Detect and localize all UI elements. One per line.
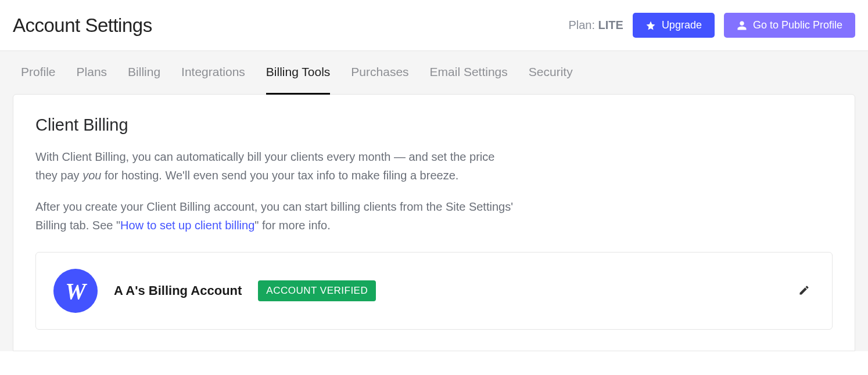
section-description-2: After you create your Client Billing acc… [35,197,518,235]
edit-account-button[interactable] [794,280,815,302]
star-icon [645,20,656,31]
tab-purchases[interactable]: Purchases [351,51,408,95]
tab-security[interactable]: Security [529,51,573,95]
tab-email-settings[interactable]: Email Settings [430,51,508,95]
page-title: Account Settings [13,15,152,37]
section-title: Client Billing [35,116,833,135]
plan-indicator: Plan: LITE [568,19,623,32]
billing-tools-panel: Client Billing With Client Billing, you … [13,94,855,351]
section-description-1: With Client Billing, you can automatical… [35,147,518,185]
billing-account-row: W A A's Billing Account ACCOUNT VERIFIED [35,252,833,330]
settings-tabs: Profile Plans Billing Integrations Billi… [0,51,868,94]
desc2-part-b: " for more info. [254,219,330,232]
upgrade-button[interactable]: Upgrade [633,13,715,38]
upgrade-label: Upgrade [662,19,702,31]
account-avatar: W [53,269,98,313]
tab-integrations[interactable]: Integrations [181,51,245,95]
account-verified-badge: ACCOUNT VERIFIED [258,280,376,301]
client-billing-help-link[interactable]: How to set up client billing [120,219,254,232]
desc1-part-b: for hosting. We'll even send you your ta… [101,169,458,182]
account-name: A A's Billing Account [114,283,242,298]
tab-billing[interactable]: Billing [128,51,160,95]
plan-value: LITE [598,19,623,31]
tab-profile[interactable]: Profile [21,51,56,95]
tab-billing-tools[interactable]: Billing Tools [266,51,331,95]
plan-prefix: Plan: [568,19,598,31]
public-profile-label: Go to Public Profile [753,19,842,31]
desc1-emphasis: you [83,169,101,182]
tab-plans[interactable]: Plans [77,51,107,95]
header-actions: Plan: LITE Upgrade Go to Public Profile [568,13,855,38]
public-profile-button[interactable]: Go to Public Profile [724,13,855,38]
avatar-letter: W [65,277,86,305]
person-icon [737,20,747,31]
pencil-icon [798,284,810,296]
